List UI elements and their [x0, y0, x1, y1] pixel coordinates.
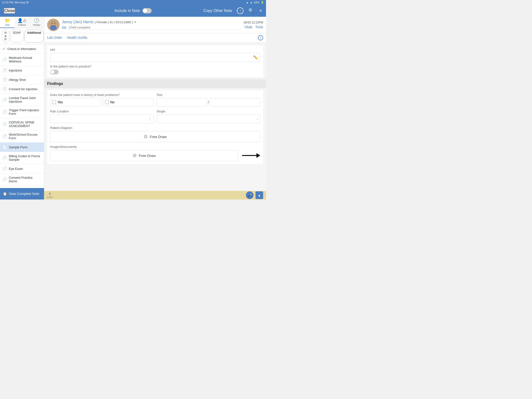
doc-icon-consent-practice: 📄: [2, 177, 7, 182]
new-to-practice-toggle[interactable]: [50, 70, 59, 74]
info-button[interactable]: i: [258, 35, 263, 40]
no-label: No: [110, 100, 114, 104]
pain-single-col: Pain Location ⋮ Single •: [50, 110, 260, 123]
test-input-right[interactable]: [210, 98, 260, 107]
sidebar-item-eyeexam[interactable]: 📄 Eye Exam: [0, 164, 44, 173]
tools-button[interactable]: Tools: [255, 25, 263, 29]
sidebar-tab-patient[interactable]: 👤⚠ Patient: [15, 17, 29, 28]
test-section: Test /: [157, 93, 260, 107]
hpi-input[interactable]: ✏️: [50, 53, 260, 62]
close-button[interactable]: Close: [4, 8, 15, 14]
add-icon[interactable]: +: [259, 8, 262, 14]
hpi-edit-icon[interactable]: ✏️: [253, 55, 258, 60]
health-gorilla-link[interactable]: Health Gorilla: [67, 34, 87, 42]
test-label: Test: [157, 93, 260, 97]
sidebar-item-consent-practice-label: Consent Practice Demo: [9, 176, 42, 183]
single-input[interactable]: •: [157, 114, 260, 123]
search-icon[interactable]: 🔍: [248, 8, 254, 14]
sidebar-item-sample[interactable]: 📄 Sample Form: [0, 143, 44, 152]
doc-icon-trigger: 📄: [2, 110, 7, 114]
include-in-note-toggle[interactable]: [142, 8, 152, 13]
sidebar-item-workschool[interactable]: 📄 Work/School Excuse Form: [0, 130, 44, 143]
line-count: 0: [49, 192, 51, 196]
doc-icon-medicare: 📄: [2, 57, 7, 62]
sidebar-item-consent-inj-label: Consent for Injection: [9, 87, 37, 91]
view-complete-note-label: View Complete Note: [9, 192, 39, 196]
sidebar-tab-history-label: History: [33, 24, 40, 26]
sidebar-list: ✓ Check-in Information 📄 Medicare Annual…: [0, 44, 44, 188]
tab-soap[interactable]: SOAP: [10, 30, 23, 43]
battery-icon: 🔋: [261, 1, 264, 4]
sidebar-item-workschool-label: Work/School Excuse Form: [9, 133, 42, 140]
svg-point-3: [50, 25, 57, 30]
sidebar-item-checkin[interactable]: ✓ Check-in Information: [0, 44, 44, 54]
status-right: ▲ ▲ 63% 🔋: [246, 1, 264, 4]
cc-label: CC: [62, 26, 66, 29]
scroll-up-button[interactable]: ▲: [255, 191, 263, 199]
doc-icon-workschool: 📄: [2, 134, 7, 139]
sidebar-item-consent-inj[interactable]: 📄 Consent for Injection: [0, 84, 44, 94]
sidebar-item-allergy[interactable]: 📄 Allergy Shot: [0, 75, 44, 84]
patient-diagram-free-draw-button[interactable]: ⚙ Free Draw: [50, 131, 260, 142]
images-documents-free-draw-button[interactable]: ⚙ Free Draw: [50, 150, 238, 161]
sidebar-item-trigger[interactable]: 📄 Trigger Point Injection Form: [0, 106, 44, 118]
signal-icon: ▲: [250, 1, 253, 4]
doc-icon-eyeexam: 📄: [2, 166, 7, 171]
visit-icon: 📁: [5, 18, 10, 23]
svg-point-5: [54, 23, 55, 24]
tab-hap[interactable]: H & P: [2, 30, 9, 43]
images-documents-section: Images/Documents ⚙ Free Draw: [50, 145, 260, 161]
sidebar-item-cervical-label: CERVICAL SPINE ASSESSMENT: [9, 120, 42, 128]
battery-label: 63%: [254, 1, 259, 4]
single-section: Single •: [157, 110, 260, 123]
sidebar-item-billing[interactable]: 📄 Billing Codes to Forms Sample: [0, 152, 44, 164]
patient-icon: 👤⚠: [18, 18, 26, 23]
sidebar-item-billing-label: Billing Codes to Forms Sample: [9, 154, 42, 161]
pain-location-input[interactable]: ⋮: [50, 114, 154, 123]
history-icon: 🕐: [34, 18, 39, 23]
sidebar-tab-visit[interactable]: 📁 Visit: [0, 17, 15, 28]
check-icon: ✓: [2, 47, 6, 51]
findings-two-col: Does the patient have a history of heart…: [50, 93, 260, 107]
microphone-button[interactable]: 🎤: [246, 191, 253, 199]
line-label: Line: [47, 196, 53, 199]
test-input-left[interactable]: [157, 98, 207, 107]
sidebar-item-medicare[interactable]: 📄 Medicare Annual Wellness: [0, 54, 44, 66]
patient-actions: Vitals Tools: [244, 25, 263, 29]
yes-checkbox[interactable]: [52, 100, 56, 104]
cc-row: CC: [62, 25, 241, 30]
more-options-icon: ⋮: [239, 9, 242, 13]
sidebar-item-cervical[interactable]: 📄 CERVICAL SPINE ASSESSMENT: [0, 118, 44, 130]
no-checkbox[interactable]: [105, 100, 109, 104]
vitals-button[interactable]: Vitals: [244, 25, 252, 29]
sidebar-item-consent-practice[interactable]: 📄 Consent Practice Demo: [0, 173, 44, 186]
arrow-indicator: [242, 153, 260, 158]
visit-datetime: 08/30 12:22PM: [244, 21, 263, 24]
sidebar-item-injections[interactable]: 📄 Injections: [0, 66, 44, 75]
pain-location-label: Pain Location: [50, 110, 154, 113]
view-complete-note-icon: 📋: [3, 192, 7, 196]
sidebar-item-lumbar[interactable]: 📄 Lumbar Facet Joint Injections: [0, 94, 44, 106]
patient-demographics: ( Female | 41 | 02/11/1980 ): [95, 20, 133, 24]
single-label: Single: [157, 110, 260, 113]
lab-order-link[interactable]: Lab Order: [47, 34, 62, 42]
more-options-button[interactable]: ⋮: [237, 7, 244, 14]
doc-icon-consent-inj: 📄: [2, 87, 7, 91]
yes-button[interactable]: Yes: [50, 98, 101, 106]
yes-label: Yes: [57, 100, 63, 104]
view-complete-note-button[interactable]: 📋 View Complete Note: [0, 188, 44, 200]
sidebar-tab-history[interactable]: 🕐 History: [29, 17, 44, 28]
doc-icon-injections: 📄: [2, 68, 7, 72]
include-in-note-label: Include in Note: [114, 9, 140, 13]
copy-other-note-button[interactable]: Copy Other Note: [203, 9, 232, 13]
info-icon: i: [260, 36, 261, 39]
tab-additional[interactable]: Additional: [24, 30, 44, 43]
sidebar-item-medicare-label: Medicare Annual Wellness: [9, 56, 42, 63]
chief-complaint-input[interactable]: [68, 25, 241, 30]
patient-diagram-label: Patient Diagram: [50, 126, 260, 130]
hpi-label: HPI: [50, 48, 260, 52]
sidebar-item-consent-free[interactable]: 📄 Consent Free Draw 2: [0, 186, 44, 188]
status-bar: 12:22 PM Mon Aug 30 ▲ ▲ 63% 🔋: [0, 0, 266, 5]
chevron-down-icon[interactable]: ▾: [134, 20, 136, 24]
no-button[interactable]: No: [103, 98, 154, 106]
